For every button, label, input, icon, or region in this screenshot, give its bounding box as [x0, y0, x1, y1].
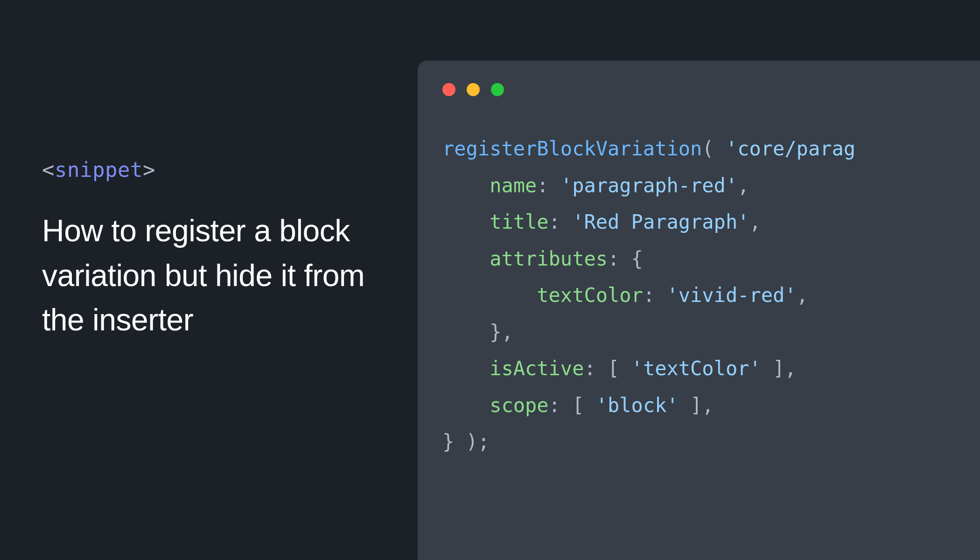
code-punct: ,	[737, 174, 749, 197]
code-close: } );	[442, 430, 490, 453]
code-punct: :	[549, 210, 573, 233]
code-punct: :	[608, 247, 631, 270]
code-function-name: registerBlockVariation	[442, 137, 702, 160]
tag-close-bracket: >	[143, 158, 155, 182]
minimize-icon[interactable]	[467, 83, 480, 96]
code-bracket: [	[608, 357, 631, 380]
code-prop-key: isActive	[490, 357, 584, 380]
code-prop-key: textColor	[537, 284, 643, 307]
code-window: registerBlockVariation( 'core/parag name…	[418, 61, 980, 560]
code-punct: :	[537, 174, 560, 197]
code-bracket: ],	[679, 394, 714, 417]
window-controls	[442, 83, 504, 96]
code-punct: (	[702, 137, 726, 160]
tag-open-bracket: <	[42, 158, 55, 182]
code-punct: :	[643, 284, 667, 307]
tag-name: snippet	[55, 158, 143, 182]
code-brace: {	[631, 247, 643, 270]
code-prop-key: name	[490, 174, 537, 197]
code-punct: ,	[749, 210, 761, 233]
code-bracket: ],	[761, 357, 797, 380]
maximize-icon[interactable]	[491, 83, 504, 96]
code-string: 'vivid-red'	[666, 284, 796, 307]
article-heading: How to register a block variation but hi…	[42, 209, 369, 343]
code-prop-key: title	[490, 210, 548, 233]
code-snippet: registerBlockVariation( 'core/parag name…	[442, 131, 855, 461]
code-punct: :	[584, 357, 608, 380]
code-string: 'Red Paragraph'	[572, 210, 749, 233]
code-string: 'core/parag	[726, 137, 855, 160]
code-bracket: [	[572, 394, 596, 417]
code-brace: },	[490, 321, 513, 343]
snippet-tag: <snippet>	[42, 158, 369, 182]
code-prop-key: attributes	[490, 247, 608, 270]
left-panel: <snippet> How to register a block variat…	[42, 158, 369, 343]
code-punct: :	[549, 394, 573, 417]
code-string: 'paragraph-red'	[560, 174, 737, 197]
close-icon[interactable]	[442, 83, 455, 96]
code-punct: ,	[797, 284, 808, 307]
code-prop-key: scope	[490, 394, 548, 417]
code-string: 'block'	[596, 394, 679, 417]
code-string: 'textColor'	[631, 357, 761, 380]
